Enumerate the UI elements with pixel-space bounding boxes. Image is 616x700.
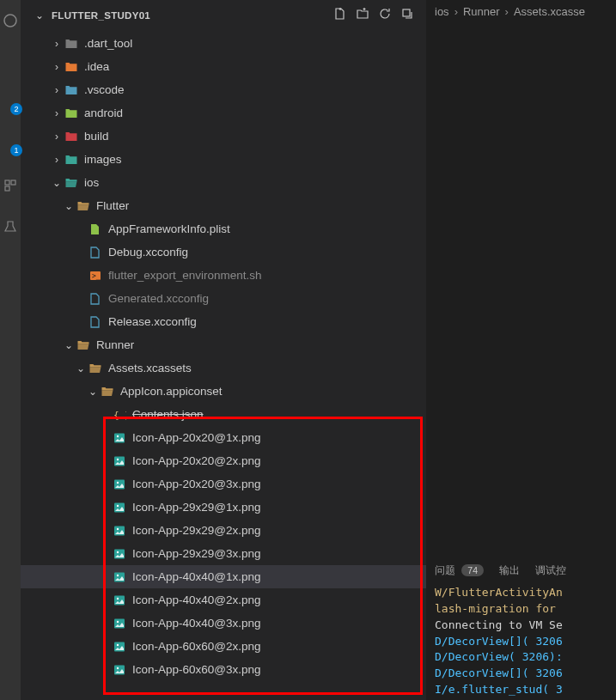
tree-item-label: Icon-App-60x60@3x.png	[132, 663, 261, 676]
svg-point-23	[117, 597, 119, 599]
terminal-line: W/FlutterActivityAn	[435, 585, 607, 601]
tree-file[interactable]: Icon-App-29x29@2x.png	[21, 519, 426, 542]
image-icon	[112, 546, 127, 562]
tree-folder[interactable]: ⌄Runner	[21, 333, 426, 356]
folder-icon	[64, 59, 79, 75]
tree-folder[interactable]: ⌄ios	[21, 171, 426, 194]
chevron-right-icon[interactable]: ›	[50, 154, 64, 166]
terminal-line: D/DecorView[]( 3206	[435, 634, 607, 650]
xcconfig-icon	[88, 291, 103, 307]
tree-item-label: Icon-App-20x20@2x.png	[132, 454, 261, 467]
folder-icon	[64, 36, 79, 52]
tree-file[interactable]: Generated.xcconfig	[21, 287, 426, 310]
tree-file[interactable]: Icon-App-60x60@3x.png	[21, 658, 426, 681]
new-file-icon[interactable]	[333, 7, 347, 23]
tree-file[interactable]: AppFrameworkInfo.plist	[21, 217, 426, 240]
activity-icon-placeholder[interactable]	[0, 10, 21, 31]
tree-file[interactable]: Icon-App-40x40@2x.png	[21, 588, 426, 612]
image-icon	[112, 616, 127, 631]
image-icon	[112, 569, 127, 585]
tree-file[interactable]: Debug.xcconfig	[21, 240, 426, 264]
breadcrumb-segment[interactable]: ios	[435, 5, 449, 18]
image-icon	[112, 430, 127, 446]
project-title: FLUTTER_STUDY01	[52, 10, 150, 21]
chevron-down-icon[interactable]: ⌄	[62, 200, 76, 212]
tab-problems[interactable]: 问题 74	[435, 563, 484, 578]
tree-file[interactable]: Release.xcconfig	[21, 310, 426, 333]
tree-folder[interactable]: ›.idea	[21, 55, 426, 78]
tree-item-label: flutter_export_environment.sh	[108, 269, 262, 282]
svg-rect-4	[403, 9, 410, 16]
tree-item-label: Icon-App-29x29@2x.png	[132, 524, 261, 537]
tree-item-label: Icon-App-40x40@2x.png	[132, 593, 261, 606]
svg-text:{ }: { }	[113, 410, 126, 421]
tree-folder[interactable]: ⌄AppIcon.appiconset	[21, 380, 426, 403]
svg-point-25	[117, 620, 119, 622]
svg-point-9	[117, 435, 119, 436]
tab-debug-console[interactable]: 调试控	[535, 563, 566, 578]
image-icon	[112, 453, 127, 469]
tree-file[interactable]: Icon-App-20x20@2x.png	[21, 449, 426, 472]
terminal-output[interactable]: W/FlutterActivityAnlash-migration for Co…	[426, 583, 616, 700]
tree-file[interactable]: Icon-App-40x40@1x.png	[21, 565, 426, 588]
tree-folder[interactable]: ›.vscode	[21, 78, 426, 101]
activity-icon-scm[interactable]: 2	[0, 93, 21, 113]
tree-file[interactable]: Icon-App-29x29@1x.png	[21, 496, 426, 519]
activity-icon-placeholder-2[interactable]	[0, 52, 21, 72]
tree-item-label: Runner	[96, 338, 134, 351]
activity-icon-test[interactable]	[0, 216, 21, 237]
breadcrumb-segment[interactable]: Assets.xcasse	[514, 5, 585, 18]
breadcrumb-segment[interactable]: Runner	[463, 5, 500, 18]
tab-output[interactable]: 输出	[499, 563, 520, 578]
breadcrumb[interactable]: ios › Runner › Assets.xcasse	[426, 0, 616, 23]
sh-icon: >_	[88, 268, 103, 283]
chevron-down-icon[interactable]: ⌄	[50, 177, 64, 189]
tree-folder[interactable]: ›build	[21, 125, 426, 148]
collapse-all-icon[interactable]	[400, 7, 414, 23]
folder-icon	[64, 129, 79, 144]
svg-point-29	[117, 667, 119, 668]
tree-file[interactable]: Icon-App-20x20@3x.png	[21, 472, 426, 496]
tree-item-label: Assets.xcassets	[108, 362, 192, 374]
folder-icon	[88, 361, 103, 376]
chevron-right-icon[interactable]: ›	[50, 38, 64, 50]
activity-icon-debug[interactable]: 1	[0, 134, 21, 155]
tree-file[interactable]: { }Contents.json	[21, 403, 426, 426]
tree-file[interactable]: Icon-App-60x60@2x.png	[21, 635, 426, 658]
tree-item-label: .vscode	[84, 83, 125, 96]
chevron-right-icon[interactable]: ›	[50, 84, 64, 96]
image-icon	[112, 593, 127, 608]
chevron-down-icon[interactable]: ⌄	[62, 339, 76, 351]
tree-file[interactable]: >_flutter_export_environment.sh	[21, 264, 426, 287]
svg-point-15	[117, 504, 119, 506]
tree-item-label: Debug.xcconfig	[108, 246, 188, 259]
chevron-down-icon[interactable]: ⌄	[86, 386, 100, 398]
problems-count-badge: 74	[461, 564, 484, 576]
tree-item-label: Release.xcconfig	[108, 315, 197, 328]
panel-tabs: 问题 74 输出 调试控	[426, 558, 616, 583]
chevron-right-icon[interactable]: ›	[50, 61, 64, 73]
tree-file[interactable]: Icon-App-40x40@3x.png	[21, 612, 426, 635]
chevron-down-icon[interactable]: ⌄	[33, 9, 46, 21]
svg-point-11	[117, 458, 119, 460]
folder-icon	[100, 384, 115, 399]
explorer-sidebar: ⌄ FLUTTER_STUDY01 ›.dart_tool›.idea›.vsc…	[21, 0, 426, 700]
chevron-down-icon[interactable]: ⌄	[74, 362, 88, 374]
tree-file[interactable]: Icon-App-20x20@1x.png	[21, 426, 426, 449]
tree-item-label: AppIcon.appiconset	[120, 385, 223, 398]
tree-file[interactable]: Icon-App-29x29@3x.png	[21, 542, 426, 565]
tree-folder[interactable]: ›images	[21, 148, 426, 171]
chevron-right-icon[interactable]: ›	[50, 107, 64, 119]
terminal-line: D/DecorView[]( 3206	[435, 666, 607, 682]
tree-folder[interactable]: ⌄Flutter	[21, 194, 426, 217]
refresh-icon[interactable]	[378, 7, 392, 23]
json-icon: { }	[112, 407, 127, 423]
activity-icon-extensions[interactable]	[0, 175, 21, 196]
new-folder-icon[interactable]	[356, 7, 369, 23]
tree-folder[interactable]: ›android	[21, 101, 426, 125]
tree-folder[interactable]: ›.dart_tool	[21, 32, 426, 55]
tree-folder[interactable]: ⌄Assets.xcassets	[21, 356, 426, 380]
folder-icon	[64, 152, 79, 167]
tree-item-label: android	[84, 107, 123, 119]
chevron-right-icon[interactable]: ›	[50, 131, 64, 143]
